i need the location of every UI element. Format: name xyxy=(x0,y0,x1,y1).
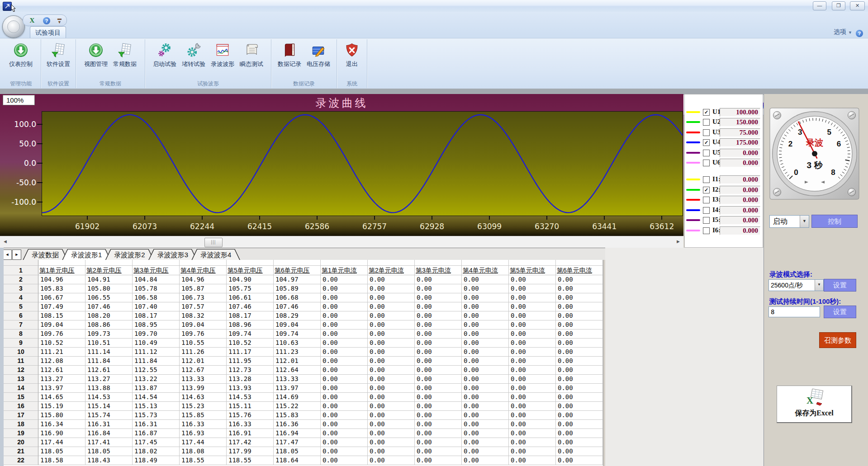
table-cell[interactable]: 0.00 xyxy=(556,375,603,384)
table-cell[interactable]: 0.00 xyxy=(509,375,556,384)
table-cell[interactable]: 113.97 xyxy=(38,384,85,393)
table-cell[interactable]: 114.53 xyxy=(85,393,133,402)
table-cell[interactable]: 112.08 xyxy=(38,357,85,366)
table-cell[interactable]: 115.22 xyxy=(274,402,321,411)
table-cell[interactable]: 0.00 xyxy=(415,293,462,302)
table-cell[interactable]: 0.00 xyxy=(321,375,368,384)
table-cell[interactable]: 104.90 xyxy=(227,275,274,284)
table-cell[interactable]: 108.86 xyxy=(85,320,133,329)
table-cell[interactable]: 0.00 xyxy=(415,438,462,447)
table-cell[interactable]: 0.00 xyxy=(368,447,415,456)
sheet-tab[interactable]: 录波波形3 xyxy=(148,249,197,260)
table-cell[interactable]: 116.84 xyxy=(85,429,133,438)
table-cell[interactable]: 118.55 xyxy=(227,456,274,465)
table-cell[interactable]: 0.00 xyxy=(321,384,368,393)
table-cell[interactable]: 108.20 xyxy=(85,311,133,320)
table-cell[interactable]: 0.00 xyxy=(556,402,603,411)
table-cell[interactable]: 0.00 xyxy=(368,284,415,293)
column-header-cell[interactable]: 第5单元电流 xyxy=(509,266,556,275)
table-cell[interactable]: 115.11 xyxy=(227,402,274,411)
table-cell[interactable]: 0.00 xyxy=(415,411,462,420)
row-number[interactable]: 1 xyxy=(4,266,38,275)
qat-customize-icon[interactable]: ▬▼ xyxy=(57,17,62,24)
table-cell[interactable]: 0.00 xyxy=(368,438,415,447)
table-cell[interactable]: 116.34 xyxy=(38,420,85,429)
row-number[interactable]: 16 xyxy=(4,402,38,411)
restore-button[interactable]: ❐ xyxy=(832,1,845,10)
table-cell[interactable]: 0.00 xyxy=(462,411,509,420)
ribbon-button[interactable]: 录波波形 xyxy=(208,42,237,67)
channel-checkbox[interactable] xyxy=(703,227,710,234)
table-cell[interactable]: 111.84 xyxy=(133,357,180,366)
table-cell[interactable]: 111.84 xyxy=(85,357,133,366)
table-cell[interactable]: 0.00 xyxy=(415,311,462,320)
table-cell[interactable]: 104.84 xyxy=(133,275,180,284)
close-button[interactable]: ✕ xyxy=(850,1,865,10)
table-cell[interactable]: 0.00 xyxy=(462,357,509,366)
table-cell[interactable]: 115.83 xyxy=(274,411,321,420)
channel-checkbox[interactable]: ✓ xyxy=(703,187,710,193)
table-cell[interactable]: 106.61 xyxy=(227,293,274,302)
table-cell[interactable]: 116.87 xyxy=(133,429,180,438)
table-cell[interactable]: 0.00 xyxy=(462,420,509,429)
column-header-cell[interactable]: 第2单元电压 xyxy=(85,266,133,275)
table-cell[interactable]: 113.28 xyxy=(227,375,274,384)
table-cell[interactable]: 0.00 xyxy=(321,302,368,311)
table-cell[interactable]: 0.00 xyxy=(415,375,462,384)
ribbon-button[interactable]: 仪表控制 xyxy=(6,42,35,67)
table-cell[interactable]: 114.65 xyxy=(38,393,85,402)
table-cell[interactable]: 0.00 xyxy=(462,456,509,465)
table-cell[interactable]: 118.05 xyxy=(274,447,321,456)
table-cell[interactable]: 115.74 xyxy=(85,411,133,420)
table-cell[interactable]: 114.54 xyxy=(133,393,180,402)
table-cell[interactable]: 111.17 xyxy=(227,348,274,357)
column-header-cell[interactable]: 第6单元电流 xyxy=(556,266,603,275)
table-cell[interactable]: 115.14 xyxy=(85,402,133,411)
table-cell[interactable]: 0.00 xyxy=(321,329,368,339)
table-cell[interactable]: 0.00 xyxy=(415,329,462,339)
table-cell[interactable]: 0.00 xyxy=(415,393,462,402)
table-cell[interactable]: 0.00 xyxy=(321,293,368,302)
column-header-cell[interactable]: 第5单元电压 xyxy=(227,266,274,275)
mode-set-button[interactable]: 设置 xyxy=(824,279,856,292)
table-cell[interactable]: 107.46 xyxy=(85,302,133,311)
table-cell[interactable]: 105.75 xyxy=(227,284,274,293)
table-cell[interactable]: 109.74 xyxy=(274,329,321,339)
ribbon-button[interactable]: 电压存储 xyxy=(304,42,333,67)
table-cell[interactable]: 0.00 xyxy=(462,384,509,393)
table-cell[interactable]: 0.00 xyxy=(556,411,603,420)
table-cell[interactable]: 113.27 xyxy=(85,375,133,384)
save-excel-button[interactable]: X 保存为Excel xyxy=(777,386,852,423)
table-cell[interactable]: 0.00 xyxy=(321,411,368,420)
table-cell[interactable]: 0.00 xyxy=(462,375,509,384)
table-cell[interactable]: 116.91 xyxy=(227,429,274,438)
table-cell[interactable]: 115.76 xyxy=(227,411,274,420)
table-cell[interactable]: 0.00 xyxy=(321,357,368,366)
table-cell[interactable]: 118.55 xyxy=(180,456,227,465)
table-cell[interactable]: 0.00 xyxy=(368,384,415,393)
table-cell[interactable]: 109.04 xyxy=(38,320,85,329)
table-cell[interactable]: 0.00 xyxy=(368,302,415,311)
table-cell[interactable]: 0.00 xyxy=(556,275,603,284)
table-cell[interactable]: 0.00 xyxy=(368,311,415,320)
tab-test-items[interactable]: 试验项目 xyxy=(30,26,66,38)
table-cell[interactable]: 111.26 xyxy=(180,348,227,357)
row-number[interactable]: 15 xyxy=(4,393,38,402)
table-cell[interactable]: 106.68 xyxy=(274,293,321,302)
table-cell[interactable]: 0.00 xyxy=(556,348,603,357)
table-cell[interactable]: 116.31 xyxy=(133,420,180,429)
table-cell[interactable]: 0.00 xyxy=(509,275,556,284)
table-cell[interactable]: 0.00 xyxy=(556,311,603,320)
table-cell[interactable]: 0.00 xyxy=(462,348,509,357)
scroll-right-icon[interactable]: ► xyxy=(676,239,681,244)
table-cell[interactable]: 117.41 xyxy=(85,438,133,447)
row-number[interactable]: 14 xyxy=(4,384,38,393)
column-header-cell[interactable]: 第1单元电流 xyxy=(321,266,368,275)
table-cell[interactable]: 118.02 xyxy=(133,447,180,456)
table-cell[interactable]: 118.05 xyxy=(85,447,133,456)
table-cell[interactable]: 0.00 xyxy=(556,420,603,429)
table-cell[interactable]: 107.40 xyxy=(133,302,180,311)
table-cell[interactable]: 0.00 xyxy=(509,456,556,465)
table-cell[interactable]: 0.00 xyxy=(415,420,462,429)
row-number[interactable]: 18 xyxy=(4,420,38,429)
